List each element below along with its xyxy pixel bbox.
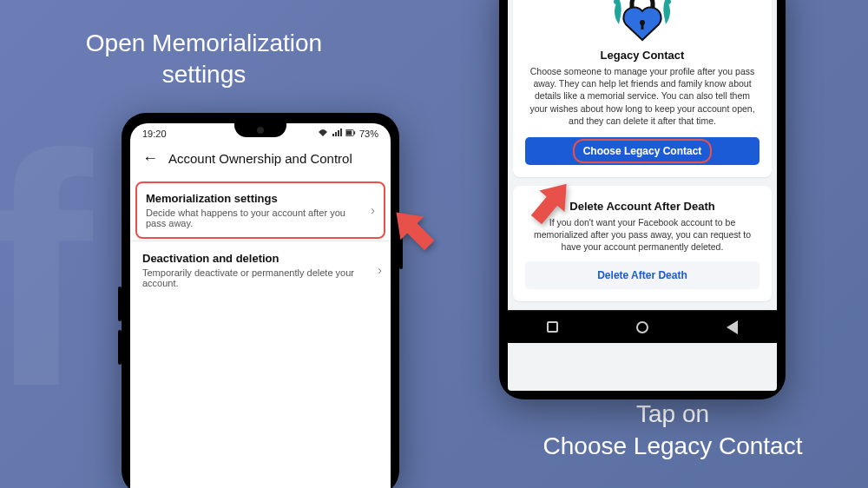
- phone-notch: [234, 123, 286, 137]
- android-navbar: [508, 310, 777, 343]
- card-legacy-contact: Legacy Contact Choose someone to manage …: [513, 0, 772, 177]
- svg-rect-2: [354, 131, 355, 134]
- setting-title: Memorialization settings: [146, 192, 375, 205]
- lock-heart-icon: [525, 0, 760, 43]
- page-header: ← Account Ownership and Control: [130, 141, 391, 180]
- page-title: Account Ownership and Control: [168, 151, 352, 166]
- caption-left: Open Memorialization settings: [65, 28, 343, 91]
- status-time: 19:20: [142, 129, 167, 139]
- setting-desc: Temporarily deactivate or permanently de…: [142, 267, 378, 288]
- pointer-arrow-right: [520, 173, 581, 237]
- chevron-right-icon: ›: [371, 203, 375, 217]
- nav-home-icon[interactable]: [636, 321, 648, 333]
- battery-icon: [345, 129, 356, 139]
- phone-left: 19:20 73% ← Account Ownership and Contro…: [122, 113, 399, 488]
- highlight-outline: [573, 139, 712, 163]
- chevron-right-icon: ›: [378, 263, 382, 277]
- legacy-desc: Choose someone to manage your profile af…: [525, 65, 760, 127]
- battery-percent: 73%: [359, 129, 378, 139]
- background-f-logo: f: [0, 139, 93, 403]
- setting-title: Deactivation and deletion: [142, 252, 378, 265]
- svg-rect-1: [346, 130, 352, 135]
- svg-rect-6: [641, 23, 644, 30]
- pointer-arrow-left: [384, 200, 444, 264]
- wifi-icon: [318, 129, 328, 139]
- delete-after-death-button[interactable]: Delete After Death: [525, 261, 760, 289]
- choose-legacy-contact-button[interactable]: Choose Legacy Contact: [525, 137, 760, 165]
- caption-right: Tap on Choose Legacy Contact: [521, 399, 825, 462]
- nav-recent-icon[interactable]: [547, 321, 558, 333]
- setting-deactivation[interactable]: Deactivation and deletion Temporarily de…: [130, 241, 391, 299]
- setting-memorialization[interactable]: Memorialization settings Decide what hap…: [135, 181, 385, 239]
- setting-desc: Decide what happens to your account afte…: [146, 208, 375, 228]
- legacy-title: Legacy Contact: [525, 49, 760, 62]
- signal-icon: [332, 129, 342, 139]
- nav-back-icon[interactable]: [727, 320, 738, 334]
- back-arrow-icon[interactable]: ←: [142, 149, 158, 168]
